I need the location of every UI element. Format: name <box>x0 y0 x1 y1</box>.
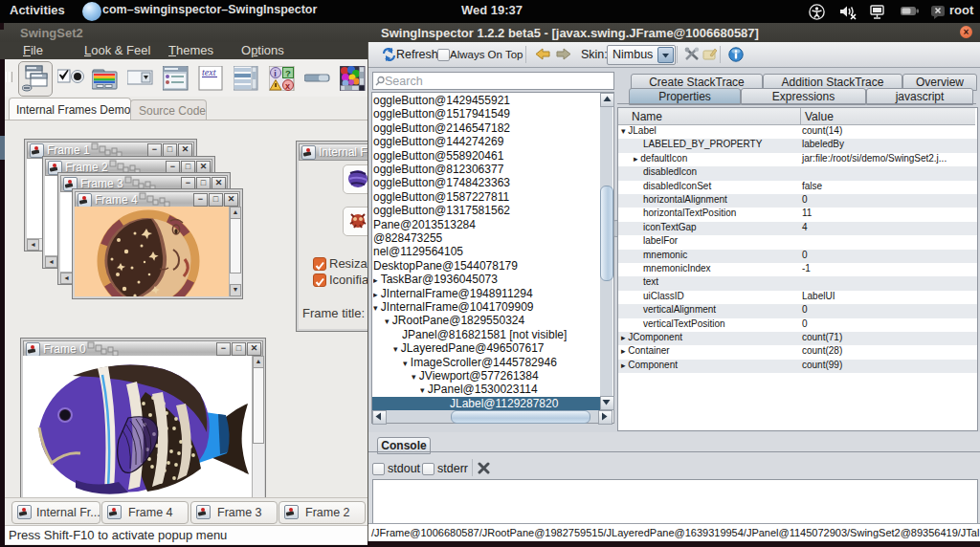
svg-text:i: i <box>274 69 277 78</box>
svg-text:?: ? <box>285 68 291 78</box>
svg-text:x: x <box>285 81 290 91</box>
svg-text:text: text <box>202 67 216 77</box>
